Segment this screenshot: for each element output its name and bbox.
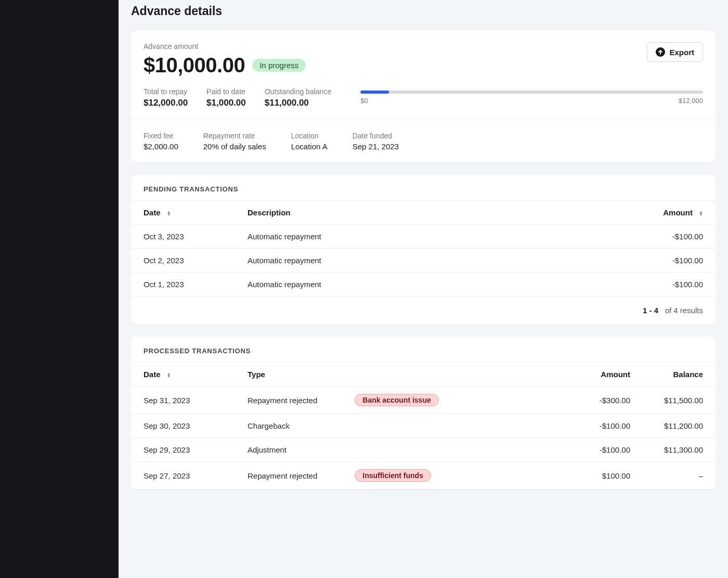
- pagination-total: of 4 results: [665, 306, 703, 315]
- advance-amount-block: Advance amount $10,000.00 In progress: [144, 42, 306, 77]
- progress-max: $12,000: [679, 97, 703, 105]
- sidebar: [0, 0, 119, 578]
- paid-value: $1,000.00: [206, 98, 246, 108]
- progress-bar: [360, 91, 703, 94]
- pending-transactions-card: PENDING TRANSACTIONS Date ▲▼ Description…: [131, 175, 716, 324]
- processed-amount-cell: $100.00: [565, 462, 643, 490]
- repayment-rate: Repayment rate 20% of daily sales: [203, 132, 266, 151]
- pending-date-header[interactable]: Date ▲▼: [131, 201, 235, 225]
- processed-type-header[interactable]: Type: [235, 363, 565, 387]
- pending-amount-cell: -$100.00: [638, 249, 716, 273]
- sort-icon: ▲▼: [167, 373, 171, 378]
- fixed-fee: Fixed fee $2,000.00: [144, 132, 178, 151]
- processed-date-header[interactable]: Date ▲▼: [131, 363, 235, 387]
- outstanding-value: $11,000.00: [265, 98, 331, 108]
- status-badge: Bank account issue: [355, 394, 439, 406]
- progress-bar-fill: [360, 91, 389, 94]
- paid-to-date: Paid to date $1,000.00: [206, 87, 246, 108]
- table-row[interactable]: Sep 29, 2023Adjustment-$100.00$11,300.00: [131, 438, 716, 462]
- table-row[interactable]: Sep 30, 2023Chargeback-$100.00$11,200.00: [131, 414, 716, 438]
- pending-pagination: 1 - 4 of 4 results: [131, 297, 716, 324]
- processed-title: PROCESSED TRANSACTIONS: [131, 337, 716, 362]
- location-value: Location A: [291, 142, 328, 151]
- location: Location Location A: [291, 132, 328, 151]
- total-label: Total to repay: [144, 87, 188, 96]
- export-icon: [656, 47, 665, 57]
- advance-amount-label: Advance amount: [144, 42, 306, 50]
- table-row[interactable]: Oct 1, 2023Automatic repayment-$100.00: [131, 273, 716, 297]
- sort-icon: ▲▼: [699, 211, 703, 216]
- processed-date-cell: Sep 31, 2023: [131, 387, 235, 414]
- pending-description-cell: Automatic repayment: [235, 273, 638, 297]
- progress-block: $0 $12,000: [360, 87, 703, 105]
- processed-balance-cell: $11,300.00: [643, 438, 716, 462]
- repayment-rate-label: Repayment rate: [203, 132, 266, 140]
- processed-amount-cell: -$100.00: [565, 438, 643, 462]
- pending-date-cell: Oct 2, 2023: [131, 249, 235, 273]
- repayment-rate-value: 20% of daily sales: [203, 142, 266, 151]
- advance-amount-value: $10,000.00: [144, 54, 245, 77]
- processed-date-cell: Sep 27, 2023: [131, 462, 235, 490]
- table-row[interactable]: Oct 2, 2023Automatic repayment-$100.00: [131, 249, 716, 273]
- pending-description-cell: Automatic repayment: [235, 225, 638, 249]
- date-funded: Date funded Sep 21, 2023: [353, 132, 399, 151]
- pending-amount-cell: -$100.00: [638, 273, 716, 297]
- processed-amount-cell: -$300.00: [565, 387, 643, 414]
- page-title: Advance details: [131, 0, 716, 31]
- processed-balance-cell: –: [643, 462, 716, 490]
- processed-transactions-card: PROCESSED TRANSACTIONS Date ▲▼ Type Amou…: [131, 337, 716, 490]
- location-label: Location: [291, 132, 328, 140]
- pending-amount-cell: -$100.00: [638, 225, 716, 249]
- processed-amount-cell: -$100.00: [565, 414, 643, 438]
- processed-type-cell: Chargeback: [235, 414, 565, 438]
- processed-balance-cell: $11,500.00: [643, 387, 716, 414]
- progress-min: $0: [360, 97, 368, 105]
- pending-description-header[interactable]: Description: [235, 201, 638, 225]
- fixed-fee-label: Fixed fee: [144, 132, 178, 140]
- processed-type-cell: Repayment rejectedBank account issue: [235, 387, 565, 414]
- outstanding-balance: Outstanding balance $11,000.00: [265, 87, 331, 108]
- table-row[interactable]: Sep 27, 2023Repayment rejectedInsufficie…: [131, 462, 716, 490]
- pending-date-cell: Oct 3, 2023: [131, 225, 235, 249]
- pagination-range: 1 - 4: [643, 306, 658, 315]
- pending-table: Date ▲▼ Description Amount ▲▼ Oct 3, 202…: [131, 200, 716, 297]
- sort-icon: ▲▼: [167, 211, 171, 216]
- table-row[interactable]: Sep 31, 2023Repayment rejectedBank accou…: [131, 387, 716, 414]
- table-row[interactable]: Oct 3, 2023Automatic repayment-$100.00: [131, 225, 716, 249]
- export-button-label: Export: [669, 48, 694, 57]
- processed-table: Date ▲▼ Type Amount Balance Sep 31, 2023…: [131, 362, 716, 490]
- date-funded-label: Date funded: [353, 132, 399, 140]
- total-value: $12,000.00: [144, 98, 188, 108]
- summary-card: Advance amount $10,000.00 In progress Ex…: [131, 31, 716, 162]
- pending-description-cell: Automatic repayment: [235, 249, 638, 273]
- paid-label: Paid to date: [206, 87, 246, 96]
- processed-type-cell: Repayment rejectedInsufficient funds: [235, 462, 565, 490]
- total-to-repay: Total to repay $12,000.00: [144, 87, 188, 108]
- processed-type-cell: Adjustment: [235, 438, 565, 462]
- fixed-fee-value: $2,000.00: [144, 142, 178, 151]
- status-badge: In progress: [252, 59, 306, 72]
- processed-balance-header[interactable]: Balance: [643, 363, 716, 387]
- pending-amount-header[interactable]: Amount ▲▼: [638, 201, 716, 225]
- date-funded-value: Sep 21, 2023: [353, 142, 399, 151]
- outstanding-label: Outstanding balance: [265, 87, 331, 96]
- processed-amount-header[interactable]: Amount: [565, 363, 643, 387]
- status-badge: Insufficient funds: [355, 469, 431, 482]
- processed-balance-cell: $11,200.00: [643, 414, 716, 438]
- pending-date-cell: Oct 1, 2023: [131, 273, 235, 297]
- pending-title: PENDING TRANSACTIONS: [131, 175, 716, 200]
- processed-date-cell: Sep 29, 2023: [131, 438, 235, 462]
- main-content: Advance details Advance amount $10,000.0…: [119, 0, 728, 578]
- export-button[interactable]: Export: [647, 42, 703, 62]
- processed-date-cell: Sep 30, 2023: [131, 414, 235, 438]
